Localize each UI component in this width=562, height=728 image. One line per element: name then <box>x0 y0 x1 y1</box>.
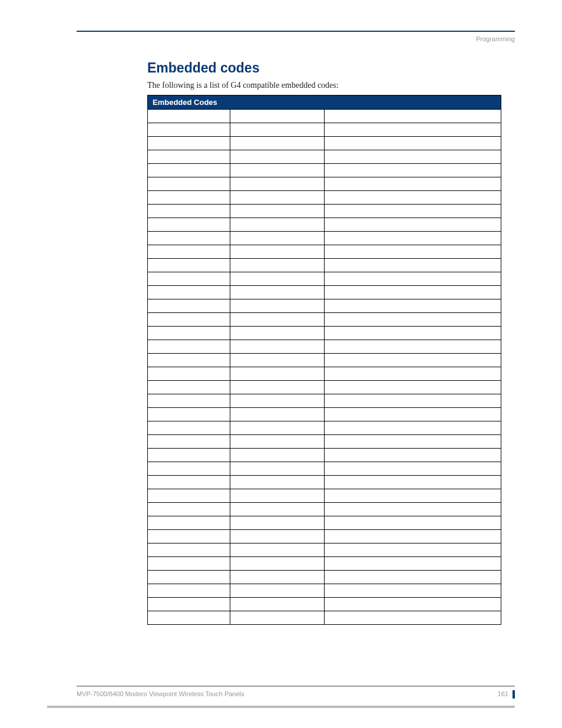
table-row <box>148 367 501 381</box>
table-cell <box>148 205 230 218</box>
footer-page-bar-icon <box>513 690 515 699</box>
table-cell <box>325 327 501 340</box>
table-cell <box>325 299 501 313</box>
table-cell <box>230 571 325 584</box>
table-body <box>148 110 501 625</box>
table-cell <box>230 367 325 381</box>
table-cell <box>148 435 230 449</box>
content-area: Embedded codes The following is a list o… <box>77 60 515 625</box>
table-cell <box>325 421 501 435</box>
table-cell <box>148 299 230 313</box>
table-cell <box>230 449 325 462</box>
table-row <box>148 123 501 137</box>
table-cell <box>325 245 501 259</box>
table-cell <box>325 177 501 191</box>
table-row <box>148 259 501 272</box>
table-cell <box>325 462 501 476</box>
table-cell <box>148 150 230 164</box>
table-cell <box>230 394 325 408</box>
table-cell <box>230 272 325 286</box>
table-row <box>148 408 501 421</box>
table-cell <box>148 164 230 177</box>
table-row <box>148 584 501 598</box>
table-cell <box>325 137 501 150</box>
table-row <box>148 516 501 530</box>
table-cell <box>230 354 325 367</box>
table-cell <box>325 150 501 164</box>
table-cell <box>325 476 501 489</box>
table-cell <box>148 516 230 530</box>
table-cell <box>325 394 501 408</box>
table-cell <box>325 110 501 123</box>
table-row <box>148 245 501 259</box>
table-row <box>148 571 501 584</box>
table-cell <box>230 543 325 557</box>
table-cell <box>230 611 325 625</box>
table-cell <box>230 137 325 150</box>
table-cell <box>148 259 230 272</box>
table-row <box>148 232 501 245</box>
table-cell <box>148 313 230 327</box>
table-cell <box>230 259 325 272</box>
table-cell <box>325 489 501 503</box>
footer-row: MVP-7500/8400 Modero Viewpoint Wireless … <box>77 687 515 699</box>
table-row <box>148 177 501 191</box>
table-cell <box>230 123 325 137</box>
table-cell <box>148 232 230 245</box>
table-cell <box>230 150 325 164</box>
table-row <box>148 205 501 218</box>
table-cell <box>230 435 325 449</box>
table-cell <box>230 299 325 313</box>
table-cell <box>325 123 501 137</box>
table-cell <box>148 408 230 421</box>
table-cell <box>148 584 230 598</box>
table-cell <box>325 516 501 530</box>
table-cell <box>325 218 501 232</box>
table-cell <box>148 218 230 232</box>
table-row <box>148 164 501 177</box>
table-cell <box>148 421 230 435</box>
top-rule <box>77 31 515 32</box>
table-cell <box>148 354 230 367</box>
table-cell <box>325 205 501 218</box>
table-row <box>148 340 501 354</box>
table-cell <box>148 191 230 205</box>
table-cell <box>325 272 501 286</box>
table-cell <box>230 232 325 245</box>
table-cell <box>148 611 230 625</box>
table-row <box>148 110 501 123</box>
table-header: Embedded Codes <box>148 95 501 110</box>
table-cell <box>148 327 230 340</box>
footer-doc-title: MVP-7500/8400 Modero Viewpoint Wireless … <box>77 690 244 699</box>
table-row <box>148 191 501 205</box>
table-cell <box>148 462 230 476</box>
table-cell <box>230 476 325 489</box>
table-cell <box>230 598 325 611</box>
table-row <box>148 313 501 327</box>
table-cell <box>230 516 325 530</box>
table-row <box>148 381 501 394</box>
table-cell <box>148 137 230 150</box>
table-cell <box>325 191 501 205</box>
table-cell <box>325 313 501 327</box>
footer: MVP-7500/8400 Modero Viewpoint Wireless … <box>77 686 515 699</box>
table-cell <box>325 530 501 543</box>
table-row <box>148 611 501 625</box>
table-cell <box>230 421 325 435</box>
table-cell <box>325 408 501 421</box>
header-section-label: Programming <box>77 35 515 42</box>
table-cell <box>148 449 230 462</box>
table-cell <box>148 557 230 571</box>
table-row <box>148 543 501 557</box>
footer-page-number: 161 <box>498 690 508 697</box>
table-cell <box>148 394 230 408</box>
section-intro: The following is a list of G4 compatible… <box>147 81 515 90</box>
table-cell <box>325 435 501 449</box>
table-cell <box>148 530 230 543</box>
table-cell <box>230 489 325 503</box>
table-cell <box>148 177 230 191</box>
table-cell <box>230 381 325 394</box>
table-cell <box>148 272 230 286</box>
table-cell <box>148 476 230 489</box>
page: Programming Embedded codes The following… <box>0 0 562 728</box>
